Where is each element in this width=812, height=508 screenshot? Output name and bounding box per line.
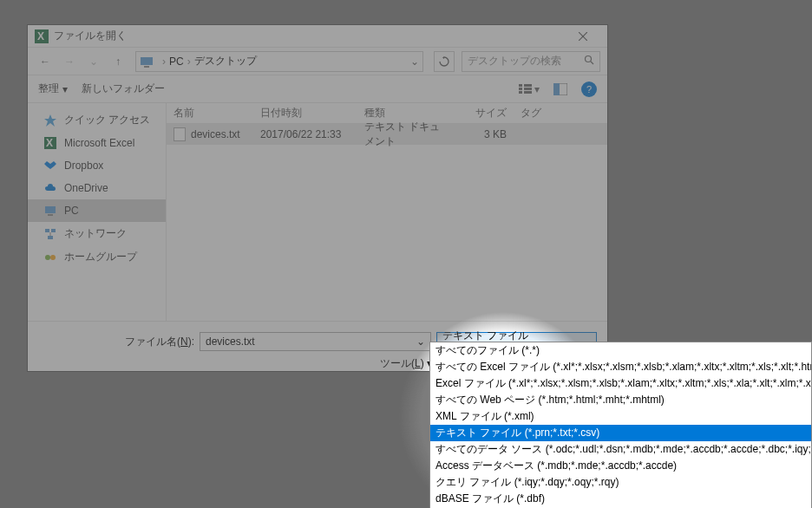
excel-icon: X bbox=[35, 29, 49, 43]
svg-text:X: X bbox=[37, 30, 44, 42]
window-title: ファイルを開く bbox=[54, 29, 566, 43]
dropbox-icon bbox=[43, 159, 57, 173]
svg-rect-4 bbox=[141, 57, 153, 65]
svg-rect-19 bbox=[48, 214, 53, 216]
open-file-dialog: X ファイルを開く ← → ⌄ ↑ › PC › デスクトップ ⌄ デスクトップ… bbox=[27, 24, 608, 372]
sidebar-item-label: Microsoft Excel bbox=[64, 137, 134, 149]
file-type: テキスト ドキュメント bbox=[357, 120, 451, 149]
sidebar-item[interactable]: XMicrosoft Excel bbox=[28, 132, 166, 154]
file-row[interactable]: devices.txt2017/06/22 21:33テキスト ドキュメント3 … bbox=[167, 124, 607, 145]
chevron-down-icon[interactable]: ⌄ bbox=[410, 55, 419, 68]
breadcrumb-pc[interactable]: PC bbox=[169, 55, 184, 68]
svg-line-7 bbox=[591, 62, 593, 64]
back-button[interactable]: ← bbox=[35, 51, 56, 72]
dropdown-item[interactable]: XML ファイル (*.xml) bbox=[430, 408, 811, 425]
svg-rect-12 bbox=[524, 88, 532, 90]
sidebar-item[interactable]: ホームグループ bbox=[28, 245, 166, 269]
svg-rect-20 bbox=[45, 229, 49, 232]
refresh-button[interactable] bbox=[434, 51, 455, 72]
sidebar-item-label: PC bbox=[64, 205, 79, 217]
col-type[interactable]: 種類 bbox=[357, 106, 451, 120]
svg-point-6 bbox=[586, 56, 592, 62]
col-date[interactable]: 日付時刻 bbox=[253, 106, 357, 120]
sidebar-item[interactable]: OneDrive bbox=[28, 177, 166, 199]
chevron-down-icon: ▾ bbox=[62, 83, 68, 95]
preview-pane-button[interactable] bbox=[553, 83, 567, 95]
network-icon bbox=[43, 227, 57, 241]
svg-rect-11 bbox=[524, 84, 532, 87]
new-folder-button[interactable]: 新しいフォルダー bbox=[82, 81, 165, 96]
chevron-down-icon: ▾ bbox=[534, 83, 540, 95]
svg-rect-5 bbox=[144, 66, 149, 68]
sidebar-item[interactable]: PC bbox=[28, 199, 166, 222]
star-icon bbox=[43, 114, 57, 127]
svg-text:X: X bbox=[46, 137, 53, 149]
dropdown-item[interactable]: すべての Web ページ (*.htm;*.html;*.mht;*.mhtml… bbox=[430, 392, 811, 408]
filetype-dropdown[interactable]: すべてのファイル (*.*)すべての Excel ファイル (*.xl*;*.x… bbox=[429, 342, 812, 508]
file-list: 名前 日付時刻 種類 サイズ タグ devices.txt2017/06/22 … bbox=[167, 103, 607, 321]
search-placeholder: デスクトップの検索 bbox=[468, 54, 584, 68]
home-icon bbox=[43, 251, 57, 264]
dropdown-item[interactable]: すべてのデータ ソース (*.odc;*.udl;*.dsn;*.mdb;*.m… bbox=[430, 441, 811, 458]
pc-icon bbox=[43, 204, 57, 218]
filename-label: ファイル名(N): bbox=[125, 335, 194, 349]
tool-button[interactable]: ツール(L) ▾ bbox=[380, 356, 432, 371]
svg-rect-9 bbox=[519, 88, 522, 90]
dropdown-item[interactable]: テキスト ファイル (*.prn;*.txt;*.csv) bbox=[430, 425, 811, 441]
file-name: devices.txt bbox=[191, 128, 240, 140]
file-date: 2017/06/22 21:33 bbox=[253, 128, 357, 140]
toolbar: 整理 ▾ 新しいフォルダー ▾ ? bbox=[28, 75, 607, 103]
dropdown-item[interactable]: クエリ ファイル (*.iqy;*.dqy;*.oqy;*.rqy) bbox=[430, 474, 811, 491]
breadcrumb-desktop[interactable]: デスクトップ bbox=[194, 54, 257, 68]
sidebar-item[interactable]: ネットワーク bbox=[28, 222, 166, 245]
up-button[interactable]: ↑ bbox=[108, 51, 128, 72]
dropdown-item[interactable]: Access データベース (*.mdb;*.mde;*.accdb;*.acc… bbox=[430, 458, 811, 474]
svg-point-24 bbox=[45, 255, 50, 260]
organize-button[interactable]: 整理 ▾ bbox=[38, 81, 68, 96]
svg-rect-21 bbox=[51, 229, 56, 232]
sidebar-item-label: OneDrive bbox=[64, 182, 108, 194]
sidebar-item-label: ホームグループ bbox=[64, 250, 137, 264]
svg-rect-18 bbox=[45, 206, 56, 213]
sidebar-item-label: Dropbox bbox=[64, 160, 103, 172]
nav-bar: ← → ⌄ ↑ › PC › デスクトップ ⌄ デスクトップの検索 bbox=[28, 48, 607, 75]
search-icon bbox=[584, 55, 594, 68]
sidebar-item[interactable]: クイック アクセス bbox=[28, 108, 166, 132]
col-tag[interactable]: タグ bbox=[514, 106, 607, 120]
svg-rect-8 bbox=[519, 84, 522, 87]
pc-icon bbox=[140, 55, 154, 68]
chevron-right-icon: › bbox=[187, 55, 191, 68]
breadcrumb[interactable]: › PC › デスクトップ ⌄ bbox=[135, 51, 423, 72]
cloud-icon bbox=[43, 181, 57, 195]
sidebar-item[interactable]: Dropbox bbox=[28, 154, 166, 177]
help-button[interactable]: ? bbox=[581, 81, 597, 97]
sidebar: クイック アクセスXMicrosoft ExcelDropboxOneDrive… bbox=[28, 103, 167, 321]
sidebar-item-label: クイック アクセス bbox=[64, 113, 150, 127]
filename-input[interactable]: devices.txt ⌄ bbox=[200, 332, 431, 351]
dropdown-item[interactable]: Excel ファイル (*.xl*;*.xlsx;*.xlsm;*.xlsb;*… bbox=[430, 375, 811, 392]
recent-dropdown[interactable]: ⌄ bbox=[83, 51, 104, 72]
close-button[interactable] bbox=[566, 26, 600, 47]
view-mode-button[interactable]: ▾ bbox=[519, 83, 540, 95]
file-size: 3 KB bbox=[451, 128, 514, 140]
excel-icon: X bbox=[43, 136, 57, 150]
search-input[interactable]: デスクトップの検索 bbox=[462, 51, 600, 72]
chevron-down-icon[interactable]: ⌄ bbox=[416, 335, 425, 348]
sidebar-item-label: ネットワーク bbox=[64, 226, 127, 241]
chevron-right-icon: › bbox=[162, 55, 166, 68]
dropdown-item[interactable]: すべてのファイル (*.*) bbox=[430, 342, 811, 359]
file-icon bbox=[174, 127, 186, 141]
svg-point-25 bbox=[50, 255, 56, 260]
titlebar: X ファイルを開く bbox=[28, 25, 607, 48]
forward-button[interactable]: → bbox=[59, 51, 80, 72]
dropdown-item[interactable]: すべての Excel ファイル (*.xl*;*.xlsx;*.xlsm;*.x… bbox=[430, 359, 811, 375]
col-name[interactable]: 名前 bbox=[167, 106, 253, 120]
svg-rect-15 bbox=[553, 83, 560, 95]
svg-rect-10 bbox=[519, 91, 522, 94]
svg-rect-13 bbox=[524, 91, 532, 94]
dropdown-item[interactable]: dBASE ファイル (*.dbf) bbox=[430, 491, 811, 507]
svg-rect-22 bbox=[48, 236, 53, 239]
col-size[interactable]: サイズ bbox=[451, 106, 514, 120]
